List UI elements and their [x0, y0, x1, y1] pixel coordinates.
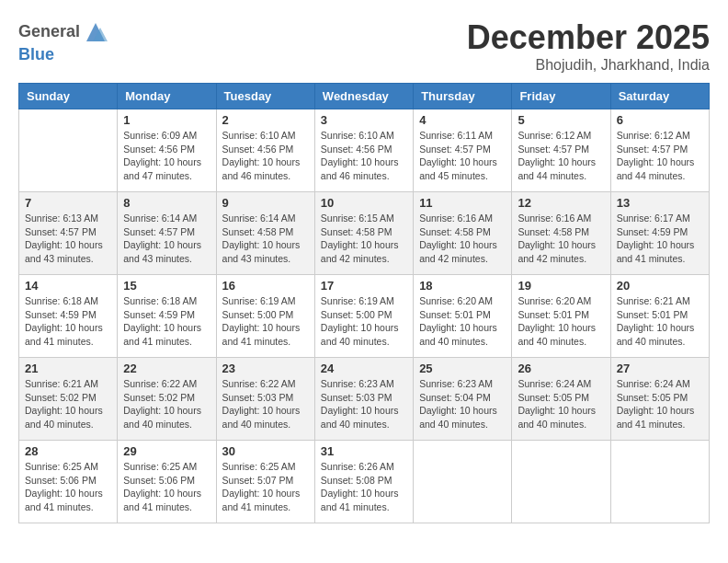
day-number: 1	[123, 113, 210, 127]
day-info: Sunrise: 6:13 AM Sunset: 4:57 PM Dayligh…	[25, 212, 111, 266]
day-info: Sunrise: 6:11 AM Sunset: 4:57 PM Dayligh…	[419, 129, 506, 183]
calendar-table: SundayMondayTuesdayWednesdayThursdayFrid…	[18, 83, 710, 523]
weekday-header-friday: Friday	[512, 84, 610, 109]
day-info: Sunrise: 6:19 AM Sunset: 5:00 PM Dayligh…	[321, 294, 407, 349]
weekday-header-wednesday: Wednesday	[314, 84, 413, 109]
day-number: 11	[419, 196, 506, 210]
calendar-cell: 13Sunrise: 6:17 AM Sunset: 4:59 PM Dayli…	[610, 192, 709, 275]
weekday-header-row: SundayMondayTuesdayWednesdayThursdayFrid…	[19, 84, 710, 109]
calendar-cell: 23Sunrise: 6:22 AM Sunset: 5:03 PM Dayli…	[216, 358, 314, 441]
day-number: 15	[123, 279, 210, 293]
day-info: Sunrise: 6:15 AM Sunset: 4:58 PM Dayligh…	[321, 212, 407, 266]
day-number: 4	[419, 113, 506, 127]
day-info: Sunrise: 6:22 AM Sunset: 5:02 PM Dayligh…	[123, 377, 210, 431]
day-number: 22	[123, 362, 210, 375]
day-number: 29	[123, 444, 210, 458]
day-info: Sunrise: 6:18 AM Sunset: 4:59 PM Dayligh…	[123, 294, 210, 349]
week-row-4: 21Sunrise: 6:21 AM Sunset: 5:02 PM Dayli…	[19, 358, 710, 441]
calendar-cell: 8Sunrise: 6:14 AM Sunset: 4:57 PM Daylig…	[118, 192, 216, 275]
day-info: Sunrise: 6:22 AM Sunset: 5:03 PM Dayligh…	[222, 377, 309, 431]
day-number: 3	[321, 113, 407, 127]
calendar-cell: 29Sunrise: 6:25 AM Sunset: 5:06 PM Dayli…	[118, 441, 216, 523]
calendar-cell: 31Sunrise: 6:26 AM Sunset: 5:08 PM Dayli…	[314, 441, 413, 523]
calendar-cell: 12Sunrise: 6:16 AM Sunset: 4:58 PM Dayli…	[512, 192, 610, 275]
day-number: 19	[518, 279, 604, 293]
day-number: 20	[617, 279, 703, 293]
day-info: Sunrise: 6:25 AM Sunset: 5:07 PM Dayligh…	[222, 460, 309, 514]
day-info: Sunrise: 6:20 AM Sunset: 5:01 PM Dayligh…	[419, 294, 506, 349]
calendar-cell	[19, 109, 118, 192]
day-info: Sunrise: 6:24 AM Sunset: 5:05 PM Dayligh…	[518, 377, 604, 431]
calendar-cell: 9Sunrise: 6:14 AM Sunset: 4:58 PM Daylig…	[216, 192, 314, 275]
week-row-3: 14Sunrise: 6:18 AM Sunset: 4:59 PM Dayli…	[19, 275, 710, 358]
day-number: 14	[25, 279, 111, 293]
day-number: 16	[222, 279, 309, 293]
calendar-cell: 21Sunrise: 6:21 AM Sunset: 5:02 PM Dayli…	[19, 358, 118, 441]
calendar-cell	[414, 441, 512, 523]
day-info: Sunrise: 6:10 AM Sunset: 4:56 PM Dayligh…	[222, 129, 309, 183]
week-row-2: 7Sunrise: 6:13 AM Sunset: 4:57 PM Daylig…	[19, 192, 710, 275]
calendar-cell: 15Sunrise: 6:18 AM Sunset: 4:59 PM Dayli…	[118, 275, 216, 358]
weekday-header-monday: Monday	[118, 84, 216, 109]
calendar-cell: 11Sunrise: 6:16 AM Sunset: 4:58 PM Dayli…	[414, 192, 512, 275]
calendar-cell: 24Sunrise: 6:23 AM Sunset: 5:03 PM Dayli…	[314, 358, 413, 441]
day-number: 8	[123, 196, 210, 210]
weekday-header-sunday: Sunday	[19, 84, 118, 109]
day-number: 13	[617, 196, 703, 210]
calendar-cell: 25Sunrise: 6:23 AM Sunset: 5:04 PM Dayli…	[414, 358, 512, 441]
day-info: Sunrise: 6:14 AM Sunset: 4:58 PM Dayligh…	[222, 212, 309, 266]
day-info: Sunrise: 6:21 AM Sunset: 5:01 PM Dayligh…	[617, 294, 703, 349]
day-info: Sunrise: 6:23 AM Sunset: 5:03 PM Dayligh…	[321, 377, 407, 431]
day-info: Sunrise: 6:25 AM Sunset: 5:06 PM Dayligh…	[25, 460, 111, 514]
logo-blue: Blue	[18, 45, 54, 63]
day-info: Sunrise: 6:17 AM Sunset: 4:59 PM Dayligh…	[617, 212, 703, 266]
calendar-cell: 30Sunrise: 6:25 AM Sunset: 5:07 PM Dayli…	[216, 441, 314, 523]
calendar-cell: 26Sunrise: 6:24 AM Sunset: 5:05 PM Dayli…	[512, 358, 610, 441]
day-info: Sunrise: 6:24 AM Sunset: 5:05 PM Dayligh…	[617, 377, 703, 431]
calendar-cell	[512, 441, 610, 523]
day-number: 6	[617, 113, 703, 127]
weekday-header-thursday: Thursday	[414, 84, 512, 109]
day-info: Sunrise: 6:16 AM Sunset: 4:58 PM Dayligh…	[518, 212, 604, 266]
day-number: 2	[222, 113, 309, 127]
day-info: Sunrise: 6:10 AM Sunset: 4:56 PM Dayligh…	[321, 129, 407, 183]
calendar-cell: 6Sunrise: 6:12 AM Sunset: 4:57 PM Daylig…	[610, 109, 709, 192]
day-number: 17	[321, 279, 407, 293]
month-title: December 2025	[467, 18, 710, 57]
day-info: Sunrise: 6:26 AM Sunset: 5:08 PM Dayligh…	[321, 460, 407, 514]
calendar-cell: 10Sunrise: 6:15 AM Sunset: 4:58 PM Dayli…	[314, 192, 413, 275]
day-number: 23	[222, 362, 309, 375]
day-number: 12	[518, 196, 604, 210]
calendar-cell: 1Sunrise: 6:09 AM Sunset: 4:56 PM Daylig…	[118, 109, 216, 192]
day-number: 24	[321, 362, 407, 375]
day-number: 10	[321, 196, 407, 210]
day-info: Sunrise: 6:09 AM Sunset: 4:56 PM Dayligh…	[123, 129, 210, 183]
day-number: 25	[419, 362, 506, 375]
logo-icon	[82, 18, 109, 46]
day-info: Sunrise: 6:18 AM Sunset: 4:59 PM Dayligh…	[25, 294, 111, 349]
calendar-cell: 20Sunrise: 6:21 AM Sunset: 5:01 PM Dayli…	[610, 275, 709, 358]
calendar-cell: 28Sunrise: 6:25 AM Sunset: 5:06 PM Dayli…	[19, 441, 118, 523]
day-number: 28	[25, 444, 111, 458]
weekday-header-tuesday: Tuesday	[216, 84, 314, 109]
week-row-5: 28Sunrise: 6:25 AM Sunset: 5:06 PM Dayli…	[19, 441, 710, 523]
week-row-1: 1Sunrise: 6:09 AM Sunset: 4:56 PM Daylig…	[19, 109, 710, 192]
calendar-cell: 4Sunrise: 6:11 AM Sunset: 4:57 PM Daylig…	[414, 109, 512, 192]
day-number: 26	[518, 362, 604, 375]
calendar-cell: 7Sunrise: 6:13 AM Sunset: 4:57 PM Daylig…	[19, 192, 118, 275]
day-number: 5	[518, 113, 604, 127]
day-number: 9	[222, 196, 309, 210]
calendar-cell: 27Sunrise: 6:24 AM Sunset: 5:05 PM Dayli…	[610, 358, 709, 441]
day-info: Sunrise: 6:16 AM Sunset: 4:58 PM Dayligh…	[419, 212, 506, 266]
day-number: 30	[222, 444, 309, 458]
calendar-cell: 16Sunrise: 6:19 AM Sunset: 5:00 PM Dayli…	[216, 275, 314, 358]
calendar-cell: 3Sunrise: 6:10 AM Sunset: 4:56 PM Daylig…	[314, 109, 413, 192]
calendar-cell: 14Sunrise: 6:18 AM Sunset: 4:59 PM Dayli…	[19, 275, 118, 358]
day-number: 21	[25, 362, 111, 375]
day-info: Sunrise: 6:12 AM Sunset: 4:57 PM Dayligh…	[617, 129, 703, 183]
calendar-cell: 5Sunrise: 6:12 AM Sunset: 4:57 PM Daylig…	[512, 109, 610, 192]
day-number: 27	[617, 362, 703, 375]
day-info: Sunrise: 6:14 AM Sunset: 4:57 PM Dayligh…	[123, 212, 210, 266]
calendar-cell: 18Sunrise: 6:20 AM Sunset: 5:01 PM Dayli…	[414, 275, 512, 358]
calendar-cell: 19Sunrise: 6:20 AM Sunset: 5:01 PM Dayli…	[512, 275, 610, 358]
